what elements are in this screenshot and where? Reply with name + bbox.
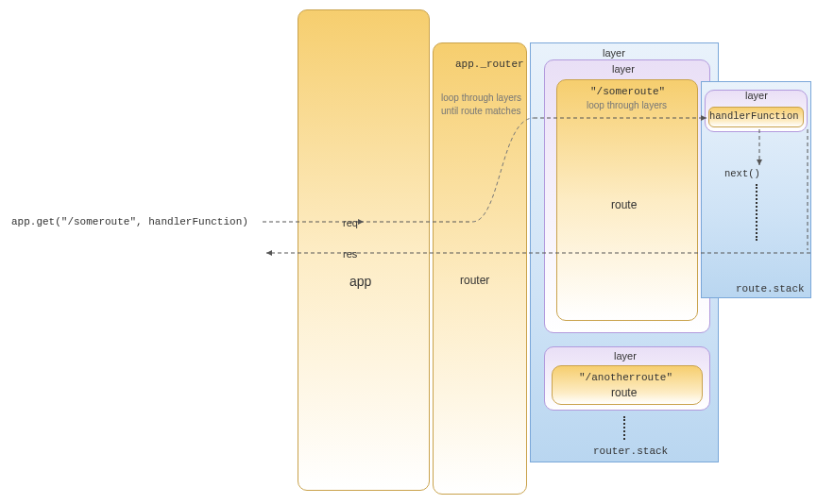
layer2-label: layer <box>614 350 637 361</box>
layer1-label: layer <box>612 63 635 75</box>
code-expression: app.get("/someroute", handlerFunction) <box>11 216 248 227</box>
route1-label: route <box>611 198 637 211</box>
loop-layers-text-2: until route matches <box>441 106 521 116</box>
router-stack-label: router.stack <box>593 445 668 457</box>
loop-layers-text-1: loop through layers <box>441 92 521 103</box>
anotherroute-path: "/anotherroute" <box>579 372 672 383</box>
next-label: next() <box>724 168 760 179</box>
layer-inner-label: layer <box>745 90 768 101</box>
app-label: app <box>349 274 371 289</box>
route2-label: route <box>611 386 637 399</box>
loop-layers-inner: loop through layers <box>587 100 667 110</box>
router-stack-title-layer: layer <box>603 47 625 59</box>
req-label: req <box>343 217 358 228</box>
handler-label: handlerFunction <box>709 110 799 122</box>
res-label: res <box>343 248 357 260</box>
router-label: router <box>460 274 489 287</box>
someroute-path: "/someroute" <box>590 86 665 97</box>
app-router-label: app._router <box>455 59 524 70</box>
vdots-route-stack <box>756 184 757 241</box>
app-box <box>298 9 430 491</box>
vdots-router-stack <box>623 416 625 440</box>
route-stack-label: route.stack <box>736 283 805 294</box>
